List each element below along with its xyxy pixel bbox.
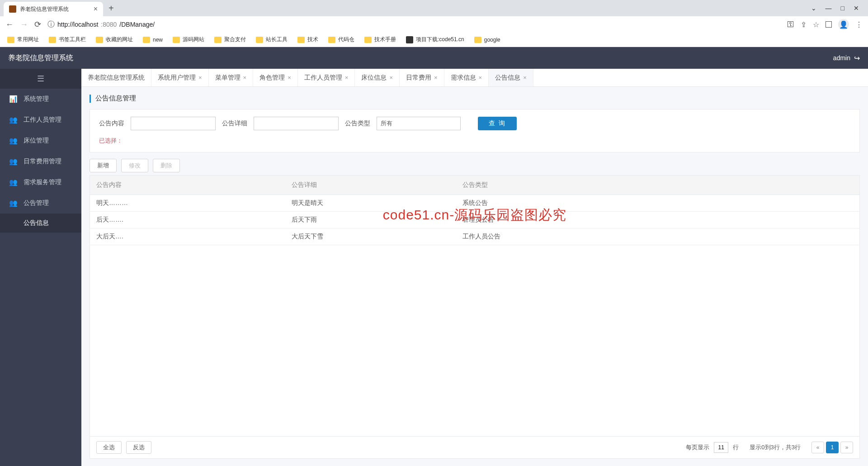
- sidebar-item[interactable]: 👥公告管理: [0, 193, 81, 214]
- url-field[interactable]: ⓘ http://localhost:8080/DBManage/: [47, 20, 781, 29]
- sidebar-item[interactable]: 👥需求服务管理: [0, 172, 81, 193]
- sidebar-item-label: 床位管理: [24, 137, 49, 145]
- page-size-suffix: 行: [733, 443, 739, 452]
- sidebar: ☰ 📊系统管理👥工作人员管理👥床位管理👥日常费用管理👥需求服务管理👥公告管理公告…: [0, 69, 81, 466]
- bookmark-item[interactable]: 技术: [297, 36, 318, 43]
- key-icon[interactable]: ⚿: [787, 20, 794, 29]
- pager-page-button[interactable]: 1: [826, 442, 839, 453]
- close-icon[interactable]: ✕: [854, 5, 859, 12]
- reload-icon[interactable]: ⟳: [34, 19, 41, 29]
- content-tab[interactable]: 公告信息×: [489, 69, 533, 86]
- tab-close-icon[interactable]: ×: [243, 74, 247, 81]
- content-tab[interactable]: 角色管理×: [253, 69, 298, 86]
- pager: « 1 »: [811, 442, 853, 453]
- delete-button[interactable]: 删除: [153, 159, 180, 172]
- filter-content-input[interactable]: [131, 117, 216, 130]
- tab-close-icon[interactable]: ×: [94, 5, 98, 13]
- star-icon[interactable]: ☆: [813, 20, 819, 29]
- page-size-prefix: 每页显示: [686, 443, 709, 452]
- page-size-input[interactable]: [714, 442, 728, 453]
- selected-label: 已选择：: [99, 137, 850, 145]
- pager-prev-button[interactable]: «: [811, 442, 824, 453]
- url-path: /DBManage/: [119, 21, 155, 28]
- tab-close-icon[interactable]: ×: [198, 74, 202, 81]
- url-port: :8080: [101, 21, 117, 28]
- action-row: 新增 修改 删除: [90, 159, 860, 172]
- filter-type-select[interactable]: 所有: [377, 117, 461, 130]
- toolbar-icons: ⚿ ⇪ ☆ 👤 ⋮: [787, 19, 863, 30]
- sidebar-toggle-button[interactable]: ☰: [0, 69, 81, 89]
- bookmark-item[interactable]: 代码仓: [328, 36, 354, 43]
- sidebar-item[interactable]: 📊系统管理: [0, 89, 81, 109]
- back-icon[interactable]: ←: [5, 20, 14, 29]
- chevron-down-icon[interactable]: ⌄: [811, 5, 816, 12]
- sidebar-item-label: 日常费用管理: [24, 157, 61, 166]
- sidebar-item-label: 系统管理: [24, 95, 49, 103]
- folder-icon: [96, 37, 103, 43]
- table-cell: 后天…….: [90, 212, 285, 228]
- th-type: 公告类型: [456, 176, 859, 195]
- user-menu[interactable]: admin ↪: [833, 54, 860, 62]
- bookmark-item[interactable]: 收藏的网址: [96, 36, 133, 43]
- tab-close-icon[interactable]: ×: [523, 74, 527, 81]
- add-button[interactable]: 新增: [90, 159, 117, 172]
- content-tab[interactable]: 床位信息×: [355, 69, 400, 86]
- content-tab[interactable]: 工作人员管理×: [298, 69, 355, 86]
- bookmark-item[interactable]: 常用网址: [7, 36, 39, 43]
- maximize-icon[interactable]: □: [841, 5, 844, 12]
- bookmark-item[interactable]: 站长工具: [256, 36, 288, 43]
- content-tab[interactable]: 需求信息×: [444, 69, 489, 86]
- profile-icon[interactable]: 👤: [838, 19, 849, 30]
- extensions-icon[interactable]: [826, 21, 832, 28]
- bookmark-label: 常用网址: [17, 36, 39, 43]
- sidebar-item[interactable]: 👥工作人员管理: [0, 109, 81, 130]
- bookmark-item[interactable]: 项目下载:code51.cn: [406, 36, 464, 43]
- table-row[interactable]: 明天………明天是晴天系统公告: [90, 195, 859, 212]
- tab-close-icon[interactable]: ×: [434, 74, 438, 81]
- content-tabs: 养老院信息管理系统系统用户管理×菜单管理×角色管理×工作人员管理×床位信息×日常…: [81, 69, 868, 87]
- edit-button[interactable]: 修改: [121, 159, 148, 172]
- tab-close-icon[interactable]: ×: [345, 74, 349, 81]
- tab-close-icon[interactable]: ×: [389, 74, 393, 81]
- folder-icon: [173, 37, 180, 43]
- folder-icon: [49, 37, 56, 43]
- sidebar-item[interactable]: 👥床位管理: [0, 130, 81, 151]
- filter-detail-input[interactable]: [254, 117, 339, 130]
- tab-close-icon[interactable]: ×: [288, 74, 291, 81]
- folder-icon: [297, 37, 305, 43]
- pager-next-button[interactable]: »: [840, 442, 853, 453]
- sidebar-subitem[interactable]: 公告信息: [0, 214, 81, 233]
- app-header: 养老院信息管理系统 admin ↪: [0, 47, 868, 69]
- invert-selection-button[interactable]: 反选: [126, 441, 151, 454]
- bookmark-item[interactable]: new: [143, 37, 163, 43]
- bookmark-label: 书签工具栏: [59, 36, 86, 43]
- bookmark-item[interactable]: 聚合支付: [214, 36, 246, 43]
- bookmark-item[interactable]: 技术手册: [364, 36, 396, 43]
- minimize-icon[interactable]: ―: [826, 5, 832, 12]
- bookmark-item[interactable]: 书签工具栏: [49, 36, 86, 43]
- bookmark-item[interactable]: 源码网站: [173, 36, 204, 43]
- query-button[interactable]: 查 询: [478, 117, 517, 130]
- users-icon: 👥: [9, 178, 17, 186]
- content-tab[interactable]: 系统用户管理×: [151, 69, 209, 86]
- bookmark-item[interactable]: google: [474, 37, 500, 43]
- tab-close-icon[interactable]: ×: [479, 74, 482, 81]
- bookmark-label: 项目下载:code51.cn: [416, 36, 464, 43]
- content-tab[interactable]: 养老院信息管理系统: [81, 69, 151, 86]
- share-icon[interactable]: ⇪: [801, 20, 807, 29]
- users-icon: 👥: [9, 116, 17, 124]
- table-row[interactable]: 大后天….大后天下雪工作人员公告: [90, 228, 859, 245]
- menu-icon[interactable]: ⋮: [855, 20, 863, 29]
- table-row[interactable]: 后天…….后天下雨管理员公告: [90, 212, 859, 228]
- select-all-button[interactable]: 全选: [96, 441, 122, 454]
- new-tab-button[interactable]: +: [108, 3, 114, 14]
- browser-tab[interactable]: 养老院信息管理系统 ×: [4, 2, 103, 16]
- title-accent: [90, 95, 91, 103]
- bookmark-label: 聚合支付: [224, 36, 246, 43]
- content-tab[interactable]: 菜单管理×: [209, 69, 254, 86]
- sidebar-item[interactable]: 👥日常费用管理: [0, 151, 81, 172]
- bookmark-label: 收藏的网址: [106, 36, 133, 43]
- forward-icon[interactable]: →: [20, 20, 28, 29]
- folder-icon: [214, 37, 222, 43]
- content-tab[interactable]: 日常费用×: [400, 69, 444, 86]
